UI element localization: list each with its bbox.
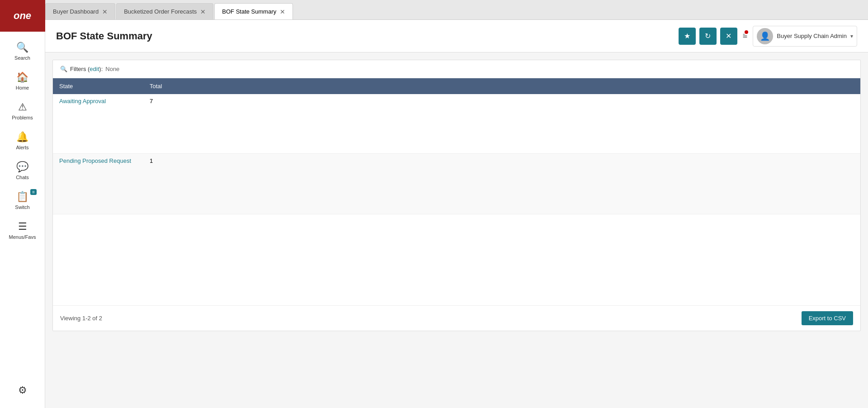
sidebar-label-search: Search (14, 55, 30, 61)
sidebar-item-alerts[interactable]: 🔔 Alerts (0, 126, 45, 156)
sidebar-label-switch: Switch (15, 204, 29, 210)
tab-label-buyer-dashboard: Buyer Dashboard (53, 8, 99, 15)
tab-close-buyer-dashboard[interactable]: ✕ (102, 9, 108, 15)
filters-edit-link[interactable]: edit (90, 66, 99, 72)
tab-label-bucketized: Bucketized Order Forecasts (124, 8, 197, 15)
sidebar-item-switch[interactable]: 📋 ≡ Switch (0, 185, 45, 215)
search-icon: 🔍 (16, 42, 28, 53)
tab-bof-state-summary[interactable]: BOF State Summary ✕ (214, 3, 293, 19)
filter-icon: 🔍 (60, 66, 67, 72)
tab-bar: Buyer Dashboard ✕ Bucketized Order Forec… (45, 0, 868, 20)
col-header-total: Total (143, 78, 198, 94)
cell-total: 1 (143, 153, 198, 214)
cell-state: Awaiting Approval (53, 94, 143, 153)
cell-state: Pending Proposed Request (53, 153, 143, 214)
sidebar-label-menus: Menus/Favs (9, 234, 36, 240)
favorite-button[interactable]: ★ (679, 28, 696, 45)
state-link[interactable]: Awaiting Approval (59, 98, 106, 104)
avatar-icon: 👤 (760, 31, 770, 41)
sidebar: one 🔍 Search 🏠 Home ⚠ Problems 🔔 Alerts … (0, 0, 45, 408)
filters-bar: 🔍 Filters (edit): None (53, 60, 860, 78)
tab-close-bucketized[interactable]: ✕ (200, 9, 206, 15)
page-title: BOF State Summary (56, 30, 152, 42)
star-icon: ★ (684, 32, 690, 40)
sidebar-item-problems[interactable]: ⚠ Problems (0, 96, 45, 126)
sidebar-label-home: Home (16, 85, 29, 90)
home-icon: 🏠 (16, 71, 28, 83)
switch-badge: ≡ (30, 189, 37, 195)
main-content: Buyer Dashboard ✕ Bucketized Order Forec… (45, 0, 868, 408)
close-icon: ✕ (726, 32, 731, 40)
sidebar-item-settings[interactable]: ⚙ (0, 379, 45, 403)
state-link[interactable]: Pending Proposed Request (59, 157, 131, 164)
sidebar-label-alerts: Alerts (16, 145, 28, 150)
refresh-button[interactable]: ↻ (699, 28, 717, 45)
cell-rest (198, 153, 860, 214)
switch-icon: 📋 (16, 191, 28, 203)
sidebar-label-chats: Chats (16, 175, 29, 180)
sidebar-item-chats[interactable]: 💬 Chats (0, 156, 45, 185)
menu-icon: ☰ (18, 221, 27, 232)
sidebar-label-problems: Problems (12, 115, 33, 120)
data-table: State Total Awaiting Approval 7 Pending … (53, 78, 860, 214)
hamburger-menu-button[interactable]: ≡ (741, 29, 750, 43)
table-row: Awaiting Approval 7 (53, 94, 860, 153)
user-name: Buyer Supply Chain Admin (777, 33, 847, 39)
sidebar-item-search[interactable]: 🔍 Search (0, 36, 45, 66)
cell-total: 7 (143, 94, 198, 153)
filters-value: None (105, 66, 119, 72)
tab-bucketized-order-forecasts[interactable]: Bucketized Order Forecasts ✕ (116, 3, 213, 19)
table-header: State Total (53, 78, 860, 94)
filters-label: Filters (edit): (70, 66, 103, 72)
content-area: 🔍 Filters (edit): None State Total Await (45, 52, 868, 408)
content-panel: 🔍 Filters (edit): None State Total Await (52, 60, 861, 331)
bell-icon: 🔔 (16, 131, 28, 143)
tab-buyer-dashboard[interactable]: Buyer Dashboard ✕ (45, 3, 115, 19)
warning-icon: ⚠ (18, 101, 27, 113)
panel-footer: Viewing 1-2 of 2 Export to CSV (53, 305, 860, 331)
tab-label-bof: BOF State Summary (222, 8, 276, 15)
table-body: Awaiting Approval 7 Pending Proposed Req… (53, 94, 860, 214)
cell-rest (198, 94, 860, 153)
table-spacer (53, 214, 860, 306)
sidebar-item-home[interactable]: 🏠 Home (0, 66, 45, 96)
refresh-icon: ↻ (705, 32, 711, 40)
chevron-down-icon: ▾ (850, 33, 853, 39)
viewing-text: Viewing 1-2 of 2 (60, 315, 102, 322)
header-actions: ★ ↻ ✕ ≡ 👤 Buyer Supply Chain Admin ▾ (679, 26, 857, 47)
table-row: Pending Proposed Request 1 (53, 153, 860, 214)
avatar: 👤 (757, 28, 773, 44)
notification-badge (744, 29, 749, 35)
tab-close-bof[interactable]: ✕ (280, 9, 285, 15)
logo-text: one (14, 10, 31, 22)
settings-icon: ⚙ (18, 384, 27, 396)
col-header-rest (198, 78, 860, 94)
sidebar-item-menus[interactable]: ☰ Menus/Favs (0, 215, 45, 245)
col-header-state: State (53, 78, 143, 94)
app-logo[interactable]: one (0, 0, 45, 32)
close-button[interactable]: ✕ (720, 28, 737, 45)
page-header: BOF State Summary ★ ↻ ✕ ≡ 👤 Buyer Supply… (45, 20, 868, 52)
chat-icon: 💬 (16, 161, 28, 173)
export-csv-button[interactable]: Export to CSV (802, 311, 853, 325)
user-dropdown[interactable]: 👤 Buyer Supply Chain Admin ▾ (753, 26, 857, 47)
